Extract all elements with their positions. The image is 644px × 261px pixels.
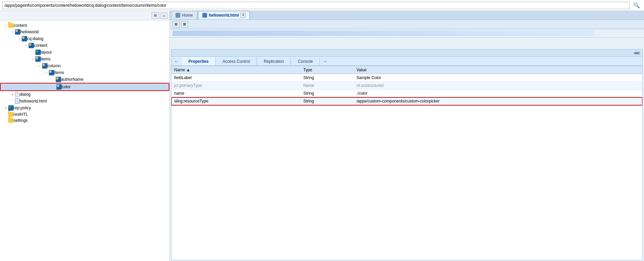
table-row[interactable]: nameString./color: [171, 90, 642, 97]
props-tab-console[interactable]: Console: [291, 57, 320, 66]
tree-node-content[interactable]: − content: [0, 22, 169, 29]
table-cell-value: nt:unstructured: [354, 82, 642, 90]
cube-green-icon: [35, 50, 41, 55]
toolbar-btn-grid[interactable]: ⊞: [172, 21, 180, 27]
tree-node-dialog[interactable]: + dialog: [0, 91, 169, 98]
cube-icon: [15, 29, 20, 35]
tab-helloworld[interactable]: helloworld.html ✕: [198, 11, 250, 19]
tree-label: authorName: [61, 77, 84, 82]
table-row[interactable]: sling:resourceTypeString/apps/custom-com…: [171, 97, 642, 105]
table-header-type: Type: [300, 66, 354, 74]
table-cell-value: ./color: [354, 90, 642, 97]
table-cell-value: Sample Color: [354, 74, 642, 82]
props-tab-properties[interactable]: Properties: [182, 57, 216, 66]
right-panel: Home helloworld.html ✕ ⊞ ⊠ ⋘: [170, 11, 644, 261]
tree-node-restHTL[interactable]: restHTL: [0, 111, 169, 117]
tree-node-authorName[interactable]: authorName: [0, 76, 169, 83]
tree-label: settings: [14, 118, 27, 123]
tree-node-column[interactable]: − column: [0, 62, 169, 69]
tree-label: rep:policy: [14, 106, 31, 110]
props-tabs-right-btn[interactable]: →: [320, 57, 330, 66]
table-cell-name: fieldLabel: [171, 74, 300, 82]
tree-toggle[interactable]: +: [3, 106, 8, 110]
tree-label: restHTL: [14, 112, 28, 117]
tree-panel: ⊞ « − content − helloworld − cq:dialog −…: [0, 11, 170, 261]
properties-section: ⋘ ←PropertiesAccess ControlReplicationCo…: [170, 48, 644, 261]
tree-label: color: [62, 85, 71, 89]
table-cell-type: String: [300, 90, 354, 97]
tab-icon: [202, 13, 207, 18]
table-header-name[interactable]: Name ▲: [171, 66, 300, 74]
cube-icon: [56, 84, 62, 90]
tree-label: column: [48, 63, 61, 68]
tree-toggle[interactable]: +: [10, 93, 15, 96]
content-toolbar: ⊞ ⊠: [170, 20, 644, 29]
tree-node-color[interactable]: color: [0, 83, 169, 91]
tree-node-items[interactable]: − items: [0, 56, 169, 62]
tree-toolbar: ⊞ «: [0, 11, 169, 20]
properties-data-table: Name ▲TypeValuefieldLabelStringSample Co…: [171, 66, 642, 105]
address-bar: 🔍: [0, 0, 644, 11]
table-cell-value: /apps/custom-components/custom-colorpick…: [354, 97, 642, 105]
tree-label: layout: [41, 50, 52, 55]
tree-toggle[interactable]: −: [10, 30, 15, 34]
table-cell-type: String: [300, 97, 354, 105]
file-icon: [15, 92, 20, 97]
tree-node-layout[interactable]: layout: [0, 49, 169, 56]
cube-green-icon: [8, 105, 14, 111]
table-header-value: Value: [354, 66, 642, 74]
props-tab-accesscontrol[interactable]: Access Control: [216, 57, 257, 66]
table-row[interactable]: fieldLabelStringSample Color: [171, 74, 642, 82]
cube-icon: [35, 56, 41, 62]
props-table: Name ▲TypeValuefieldLabelStringSample Co…: [171, 66, 643, 260]
tree-label: cq:dialog: [27, 36, 43, 41]
table-cell-type: String: [300, 74, 354, 82]
cube-icon: [42, 63, 48, 69]
collapse-button[interactable]: ⋘: [631, 50, 642, 56]
table-cell-type: Name: [300, 82, 354, 90]
tree-btn-bookmark[interactable]: ⊞: [151, 12, 159, 19]
tree-label: items: [41, 57, 51, 61]
tab-close-btn[interactable]: ✕: [241, 13, 245, 18]
tab-label: helloworld.html: [209, 13, 239, 18]
tree-label: content: [34, 43, 47, 48]
tree-toggle[interactable]: −: [31, 57, 35, 61]
tree-toggle[interactable]: −: [37, 64, 42, 68]
table-row[interactable]: jcr:primaryTypeNament:unstructured: [171, 82, 642, 90]
tab-home[interactable]: Home: [171, 11, 197, 19]
table-cell-name: sling:resourceType: [171, 97, 300, 105]
tree-node-items2[interactable]: − items: [0, 69, 169, 76]
tree-label: helloworld: [20, 30, 39, 34]
tree-content: − content − helloworld − cq:dialog − con…: [0, 20, 169, 261]
props-tab-replication[interactable]: Replication: [257, 57, 291, 66]
properties-collapse-header: ⋘: [171, 49, 643, 57]
tree-toggle[interactable]: −: [44, 71, 49, 75]
cube-icon: [22, 36, 27, 41]
folder-icon: [8, 112, 14, 117]
tree-toggle[interactable]: −: [24, 44, 29, 48]
tree-toggle[interactable]: −: [3, 24, 8, 27]
tree-label: dialog: [20, 92, 31, 97]
search-button[interactable]: 🔍: [631, 1, 642, 9]
tree-node-helloworldhtml[interactable]: helloworld.html: [0, 98, 169, 105]
props-tabs-left-btn[interactable]: ←: [171, 57, 182, 66]
tree-toggle[interactable]: −: [17, 37, 22, 41]
tree-node-settings[interactable]: settings: [0, 117, 169, 124]
table-cell-name: name: [171, 90, 300, 97]
tree-node-reppolicy[interactable]: + rep:policy: [0, 105, 169, 111]
cube-icon: [49, 70, 54, 75]
main-container: ⊞ « − content − helloworld − cq:dialog −…: [0, 11, 644, 261]
tree-node-cqdialog[interactable]: − cq:dialog: [0, 35, 169, 42]
cube-icon: [29, 43, 34, 48]
folder-icon: [8, 23, 14, 28]
spacer: [170, 38, 644, 48]
address-input[interactable]: [2, 2, 630, 9]
tree-btn-collapse[interactable]: «: [161, 13, 167, 19]
props-tabs: ←PropertiesAccess ControlReplicationCons…: [171, 57, 643, 66]
tree-node-helloworld[interactable]: − helloworld: [0, 29, 169, 35]
table-cell-name: jcr:primaryType: [171, 82, 300, 90]
tree-label: helloworld.html: [20, 99, 47, 104]
breadcrumb-area: [170, 29, 644, 38]
tree-node-content2[interactable]: − content: [0, 42, 169, 49]
toolbar-btn-search[interactable]: ⊠: [181, 21, 188, 27]
